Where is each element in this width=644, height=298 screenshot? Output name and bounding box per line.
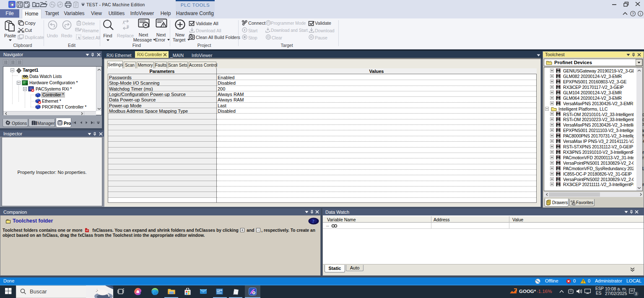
svg-text:B: B — [127, 24, 129, 29]
svg-text:i: i — [640, 12, 641, 16]
svg-text:?: ? — [632, 12, 634, 16]
svg-text:A: A — [122, 21, 125, 25]
svg-text:?: ? — [312, 218, 314, 224]
